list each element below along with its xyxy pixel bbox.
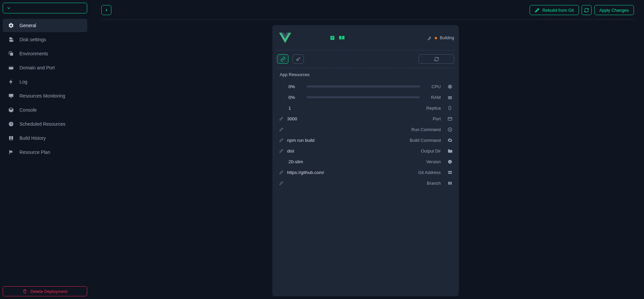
apply-changes-button[interactable]: Apply Changes	[594, 5, 634, 15]
resource-row-build-command: npm run build Build Command	[277, 135, 454, 145]
restart-button[interactable]	[419, 54, 454, 64]
svg-rect-0	[10, 53, 13, 56]
sidebar-item-label: Scheduled Resources	[19, 121, 65, 127]
book-icon	[8, 135, 14, 141]
edit-port-button[interactable]	[278, 117, 284, 121]
port-value: 3000	[287, 116, 429, 121]
cube-icon	[8, 107, 14, 113]
replica-value: 1	[287, 106, 423, 111]
chevron-down-icon	[6, 6, 11, 10]
tools-icon	[535, 8, 540, 13]
monitor-icon	[8, 93, 14, 99]
svg-point-8	[297, 59, 298, 60]
resource-row-port: 3000 Port	[277, 113, 454, 124]
edit-branch-button[interactable]	[278, 181, 284, 185]
sidebar-item-general[interactable]: General	[3, 19, 87, 32]
gear-icon	[8, 22, 14, 28]
sidebar-item-label: General	[19, 23, 36, 28]
project-selector-dropdown[interactable]	[3, 3, 87, 13]
sidebar-item-domain-port[interactable]: Domain and Port	[3, 61, 87, 74]
svg-rect-11	[448, 96, 451, 97]
sidebar-item-console[interactable]: Console	[3, 103, 87, 117]
sidebar-item-label: Resources Monitoring	[19, 93, 65, 99]
toggle-sidebar-button[interactable]	[101, 5, 111, 15]
section-title: App Resources	[280, 72, 454, 77]
delete-button-label: Delete Deployment	[31, 289, 68, 294]
status-dot-icon	[435, 37, 437, 39]
flag-icon	[8, 149, 14, 155]
svg-rect-23	[451, 182, 452, 185]
sidebar-item-label: Environments	[19, 51, 48, 56]
svg-rect-12	[448, 97, 451, 98]
sidebar-item-environments[interactable]: Environments	[3, 47, 87, 60]
edit-run-command-button[interactable]	[278, 127, 284, 132]
play-icon	[447, 126, 453, 132]
wrench-icon	[427, 35, 432, 41]
sidebar-item-build-history[interactable]: Build History	[3, 131, 87, 145]
sidebar-item-resource-plan[interactable]: Resource Plan	[3, 145, 87, 159]
deployment-card: ? Building	[272, 25, 459, 296]
sidebar-item-resources-monitoring[interactable]: Resources Monitoring	[3, 89, 87, 103]
delete-deployment-button[interactable]: Delete Deployment	[3, 286, 87, 296]
bolt-icon	[8, 79, 14, 85]
card-divider	[277, 50, 454, 50]
sidebar-item-label: Resource Plan	[19, 150, 50, 155]
disk-icon	[8, 37, 14, 43]
credentials-button[interactable]	[292, 54, 304, 64]
build-command-label: Build Command	[410, 138, 441, 143]
cpu-value: 0%	[287, 84, 301, 89]
gear-icon	[447, 137, 453, 143]
svg-rect-14	[449, 106, 451, 110]
svg-rect-13	[448, 98, 451, 99]
ram-value: 0%	[287, 95, 301, 100]
apply-button-label: Apply Changes	[599, 8, 629, 13]
help-icon[interactable]: ?	[329, 35, 335, 41]
refresh-button[interactable]	[582, 5, 592, 15]
svg-text:?: ?	[331, 36, 333, 40]
resource-row-run-command: Run Command	[277, 124, 454, 135]
resource-row-ram: 0% RAM	[277, 92, 454, 103]
run-command-label: Run Command	[412, 127, 441, 132]
git-address-value: https://github.com/	[287, 170, 415, 175]
edit-git-address-button[interactable]	[278, 170, 284, 175]
docs-icon[interactable]	[339, 35, 345, 41]
info-icon: i	[447, 159, 453, 165]
chevron-right-icon	[104, 8, 109, 12]
branch-label: Branch	[427, 181, 441, 186]
ram-label: RAM	[431, 95, 441, 100]
rebuild-from-git-button[interactable]: Rebuild from Git	[530, 5, 579, 15]
port-icon	[447, 116, 453, 122]
vue-logo-icon	[277, 31, 293, 45]
copy-link-button[interactable]	[277, 54, 288, 64]
browser-icon	[8, 65, 14, 71]
resource-row-version: 20-slim Version i	[277, 156, 454, 167]
sidebar-item-log[interactable]: Log	[3, 75, 87, 88]
edit-build-command-button[interactable]	[278, 138, 284, 142]
ram-icon	[447, 94, 453, 100]
svg-rect-4	[10, 98, 12, 98]
svg-rect-10	[449, 86, 450, 87]
sidebar-item-scheduled-resources[interactable]: Scheduled Resources	[3, 117, 87, 131]
edit-output-dir-button[interactable]	[278, 149, 284, 153]
copy-icon	[8, 51, 14, 57]
sidebar-item-label: Domain and Port	[19, 65, 55, 70]
svg-rect-19	[448, 171, 451, 172]
svg-text:i: i	[449, 160, 450, 163]
svg-rect-2	[9, 66, 13, 67]
sidebar-item-label: Log	[19, 79, 27, 84]
port-label: Port	[433, 116, 441, 121]
clock-icon	[8, 121, 14, 127]
sidebar-item-disk-settings[interactable]: Disk settings	[3, 33, 87, 46]
cpu-icon	[447, 83, 453, 89]
sidebar-item-label: Build History	[19, 135, 46, 141]
git-address-label: Git Address	[418, 170, 441, 175]
svg-rect-15	[448, 117, 451, 120]
sidebar-item-label: Console	[19, 107, 37, 113]
refresh-icon	[584, 8, 589, 13]
sidebar-nav: General Disk settings Environments Domai…	[3, 19, 87, 159]
svg-rect-3	[9, 94, 13, 97]
resource-row-branch: Branch	[277, 178, 454, 188]
svg-rect-22	[449, 182, 450, 185]
version-value: 20-slim	[287, 159, 423, 164]
deployment-status: Building	[427, 35, 454, 41]
